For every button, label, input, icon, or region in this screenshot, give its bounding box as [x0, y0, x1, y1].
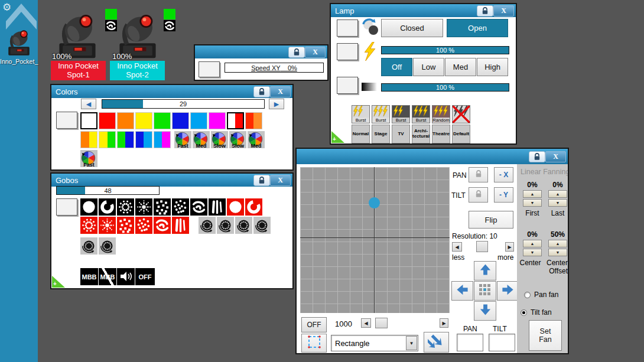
speed-left-arrow[interactable]: ◀	[361, 318, 371, 328]
preset-button[interactable]	[337, 77, 358, 94]
fan-offset-up-button[interactable]: ▲	[548, 240, 567, 247]
color-swatch-s1[interactable]	[99, 131, 116, 148]
tilt-lock-button[interactable]	[469, 187, 488, 203]
fan-last-up-button[interactable]: ▲	[548, 190, 567, 198]
gobo-swirl-6[interactable]	[190, 198, 207, 216]
wheel-right-arrow-button[interactable]: ▶	[269, 99, 284, 109]
gobo-rotation-wheel-b0[interactable]	[80, 237, 97, 255]
apply-diagonal-button[interactable]	[424, 332, 449, 353]
strobe-level-low[interactable]: Low	[413, 58, 444, 76]
gobo-star-1[interactable]	[99, 217, 116, 234]
speed-right-arrow[interactable]: ▶	[440, 318, 448, 328]
lock-icon[interactable]	[288, 47, 305, 58]
resolution-more-arrow[interactable]: ▶	[505, 242, 514, 252]
strobe-preset-random-4[interactable]: Random	[432, 105, 450, 123]
off-button[interactable]: OFF	[135, 268, 155, 285]
preset-button[interactable]	[337, 43, 358, 60]
gobo-rotation-wheel-2[interactable]	[235, 217, 252, 234]
sound-on-button[interactable]	[117, 268, 135, 285]
xy-grid[interactable]	[300, 167, 450, 313]
mbb-button[interactable]: MBB	[80, 268, 98, 285]
color-swatch-4[interactable]	[154, 112, 171, 129]
preset-button[interactable]	[56, 198, 77, 216]
colors-titlebar[interactable]: Colors X	[51, 85, 292, 98]
dropdown-arrow-button[interactable]: ▼	[406, 336, 417, 350]
gobo-star-3[interactable]	[135, 198, 152, 216]
strobe-level-high[interactable]: High	[477, 58, 508, 76]
strobe-preset-burst-2[interactable]: Burst	[392, 105, 410, 123]
gobos-titlebar[interactable]: Gobos X	[51, 174, 292, 187]
fan-center-down-button[interactable]: ▼	[523, 249, 542, 256]
colors-slider[interactable]: 29	[102, 99, 265, 109]
tilt-value-field[interactable]	[489, 334, 515, 351]
color-wheel-med[interactable]: Med	[248, 131, 265, 148]
off-button[interactable]: OFF	[301, 317, 327, 332]
color-swatch-8[interactable]	[227, 112, 244, 129]
flip-button[interactable]: Flip	[469, 211, 513, 229]
mbb-off-button[interactable]: MBB	[99, 268, 116, 285]
gobo-streaks-5[interactable]	[172, 217, 189, 234]
lock-icon[interactable]	[477, 5, 493, 17]
close-icon[interactable]: X	[270, 86, 291, 97]
color-swatch-s4[interactable]	[154, 131, 171, 148]
pan-tilt-titlebar[interactable]: X	[297, 149, 568, 164]
strobe-level-off[interactable]: Off	[381, 58, 412, 76]
minus-y-button[interactable]: - Y	[494, 187, 513, 203]
gobo-open-0[interactable]	[80, 198, 97, 216]
color-swatch-1[interactable]	[99, 112, 116, 129]
color-wheel-med[interactable]: Med	[193, 131, 210, 148]
lamp-titlebar[interactable]: Lamp X	[331, 4, 516, 17]
color-swatch-s3[interactable]	[135, 131, 152, 148]
lock-icon[interactable]	[529, 151, 545, 162]
gobo-squares-2[interactable]	[117, 217, 134, 234]
strobe-preset-burst-1[interactable]: Burst	[372, 105, 390, 123]
lamp-mode-stage[interactable]: Stage	[372, 125, 390, 144]
color-wheel-slow[interactable]: Slow	[229, 131, 246, 148]
nudge-left-button[interactable]	[451, 281, 473, 301]
nudge-down-button[interactable]	[474, 301, 496, 321]
shutter-open-button[interactable]: Open	[447, 19, 508, 37]
fan-first-down-button[interactable]: ▼	[523, 199, 542, 207]
nudge-center-button[interactable]	[474, 281, 496, 301]
fan-last-down-button[interactable]: ▼	[548, 199, 567, 207]
pan-value-field[interactable]	[457, 334, 483, 351]
lamp-mode-normal[interactable]: Normal	[352, 125, 370, 144]
gobos-slider[interactable]: 48	[56, 186, 160, 195]
preset-button[interactable]	[337, 19, 358, 37]
speed-xy-titlebar[interactable]: X	[195, 45, 327, 58]
color-swatch-0[interactable]	[80, 112, 97, 129]
nudge-up-button[interactable]	[474, 261, 496, 281]
strobe-preset-off-5[interactable]	[452, 105, 470, 123]
shutter-closed-button[interactable]: Closed	[381, 19, 443, 37]
strobe-level-med[interactable]: Med	[445, 58, 476, 76]
fan-offset-down-button[interactable]: ▼	[548, 249, 567, 256]
color-wheel-fast[interactable]: Fast	[80, 150, 97, 167]
dimmer-slider[interactable]: 100 %	[381, 46, 509, 54]
color-swatch-3[interactable]	[135, 112, 152, 129]
lamp-mode-tv[interactable]: TV	[392, 125, 410, 144]
strobe-preset-burst-0[interactable]: Burst	[352, 105, 370, 123]
color-swatch-s2[interactable]	[117, 131, 134, 148]
gobo-ring-9[interactable]	[245, 198, 262, 216]
color-swatch-2[interactable]	[117, 112, 134, 129]
sidebar-fixture-image[interactable]	[4, 27, 34, 57]
lamp-mode-default[interactable]: Default	[452, 125, 470, 144]
position-dot[interactable]	[369, 197, 380, 208]
fan-first-up-button[interactable]: ▲	[523, 190, 542, 198]
close-icon[interactable]: X	[305, 47, 326, 58]
gobo-rotation-wheel-3[interactable]	[253, 217, 271, 234]
resize-handle[interactable]: +	[331, 131, 344, 143]
shape-dropdown[interactable]: Rectangle ▼	[331, 335, 418, 351]
preset-button[interactable]	[199, 61, 220, 77]
nudge-right-button[interactable]	[497, 281, 519, 301]
preset-button[interactable]	[56, 112, 77, 129]
gobo-open-8[interactable]	[227, 198, 244, 216]
shape-select-button[interactable]	[301, 334, 327, 353]
pan-lock-button[interactable]	[469, 167, 488, 182]
fixture-2-tag[interactable]: Inno Pocket Spot-2	[110, 61, 165, 80]
lock-icon[interactable]	[253, 86, 270, 97]
color-wheel-slow[interactable]: Slow	[211, 131, 228, 148]
resolution-less-arrow[interactable]: ◀	[452, 242, 462, 252]
resize-handle[interactable]: +	[52, 276, 65, 288]
color-swatch-9[interactable]	[245, 112, 262, 129]
